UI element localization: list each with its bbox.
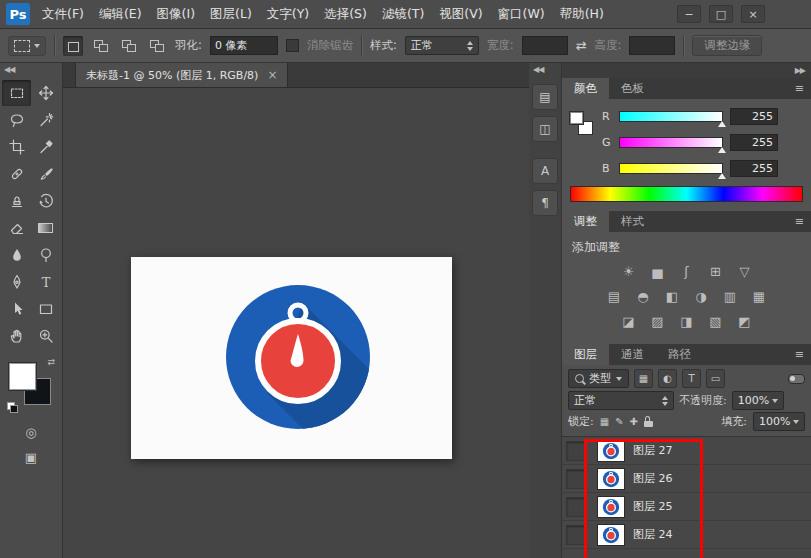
color-lookup-icon[interactable]: ▦ [748,288,770,305]
hand-tool[interactable] [2,323,31,349]
color-balance-icon[interactable]: ◓ [632,288,654,305]
character-panel-icon[interactable]: A [532,158,558,184]
magic-wand-tool[interactable] [31,107,60,133]
width-input[interactable] [522,36,568,55]
close-button[interactable]: × [741,5,765,23]
menu-view[interactable]: 视图(V) [439,6,482,23]
history-brush-tool[interactable] [31,188,60,214]
layer-row[interactable]: 图层 27 [562,437,811,465]
default-colors-icon[interactable] [7,402,18,413]
layer-filter-toggle[interactable] [788,374,805,384]
layer-row[interactable]: 图层 26 [562,465,811,493]
lock-image-pixels-icon[interactable]: ✎ [615,416,623,427]
posterize-icon[interactable]: ▨ [647,313,669,330]
move-tool[interactable] [31,80,60,106]
tab-adjustments[interactable]: 调整 [562,211,609,232]
blend-mode-dropdown[interactable]: 正常 [568,391,674,410]
channel-g-value[interactable] [730,134,778,151]
panel-menu-icon[interactable]: ≡ [795,82,804,95]
tab-paths[interactable]: 路径 [656,344,703,365]
fill-dropdown[interactable]: 100% [753,412,805,431]
menu-select[interactable]: 选择(S) [324,6,367,23]
filter-type-layers-button[interactable]: T [682,369,701,388]
tab-close-icon[interactable]: × [267,68,277,82]
menu-edit[interactable]: 编辑(E) [99,6,142,23]
type-tool[interactable]: T [31,269,60,295]
brightness-contrast-icon[interactable]: ☀ [618,263,640,280]
properties-panel-icon[interactable]: ◫ [532,116,558,142]
tool-preset-picker[interactable] [8,36,46,56]
brush-tool[interactable] [31,161,60,187]
collapse-dock-icon[interactable]: ▶▶ [562,63,811,78]
collapse-tools-icon[interactable]: ◀◀ [0,63,62,78]
tab-layers[interactable]: 图层 [562,344,609,365]
history-panel-icon[interactable]: ▤ [532,84,558,110]
filter-type-dropdown[interactable]: 类型 [568,369,629,388]
new-selection-button[interactable] [63,36,83,56]
menu-image[interactable]: 图像(I) [157,6,195,23]
channel-mixer-icon[interactable]: ▥ [719,288,741,305]
menu-file[interactable]: 文件(F) [42,6,84,23]
feather-input[interactable] [210,36,278,55]
threshold-icon[interactable]: ◨ [676,313,698,330]
canvas-document[interactable] [131,257,452,459]
panel-menu-icon[interactable]: ≡ [795,215,804,228]
add-to-selection-button[interactable] [91,36,111,56]
dodge-tool[interactable] [31,242,60,268]
lock-all-icon[interactable] [644,416,653,427]
filter-pixel-layers-button[interactable]: ▦ [634,369,653,388]
document-tab[interactable]: 未标题-1 @ 50% (图层 1, RGB/8) × [75,63,288,87]
layer-thumbnail[interactable] [597,524,625,546]
minimize-button[interactable]: ─ [677,5,701,23]
channel-g-slider[interactable] [619,137,723,148]
channel-b-value[interactable] [730,160,778,177]
swap-dimensions-icon[interactable]: ⇄ [576,38,587,53]
channel-r-slider[interactable] [619,111,723,122]
layer-thumbnail[interactable] [597,440,625,462]
rectangular-marquee-tool[interactable] [2,80,31,106]
style-dropdown[interactable]: 正常 [405,36,479,55]
channel-b-slider[interactable] [619,163,723,174]
path-selection-tool[interactable] [2,296,31,322]
refine-edge-button[interactable]: 调整边缘 [692,35,762,56]
quick-mask-button[interactable]: ◎ [25,425,36,440]
tab-channels[interactable]: 通道 [609,344,656,365]
screen-mode-button[interactable]: ▣ [25,450,37,465]
photo-filter-icon[interactable]: ◑ [690,288,712,305]
eyedropper-tool[interactable] [31,134,60,160]
exposure-icon[interactable]: ⊞ [705,263,727,280]
zoom-tool[interactable] [31,323,60,349]
menu-layer[interactable]: 图层(L) [210,6,252,23]
menu-help[interactable]: 帮助(H) [560,6,604,23]
lock-transparent-pixels-icon[interactable]: ▦ [600,416,609,427]
spot-healing-brush-tool[interactable] [2,161,31,187]
layer-thumbnail[interactable] [597,496,625,518]
pen-tool[interactable] [2,269,31,295]
tab-swatches[interactable]: 色板 [609,78,656,99]
subtract-from-selection-button[interactable] [119,36,139,56]
maximize-button[interactable]: □ [709,5,733,23]
levels-icon[interactable]: ▅ [647,263,669,280]
channel-r-value[interactable] [730,108,778,125]
rectangle-tool[interactable] [31,296,60,322]
selective-color-icon[interactable]: ◩ [734,313,756,330]
visibility-toggle[interactable] [566,497,586,517]
vibrance-icon[interactable]: ▽ [734,263,756,280]
blur-tool[interactable] [2,242,31,268]
color-spectrum-ramp[interactable] [570,186,803,202]
opacity-dropdown[interactable]: 100% [732,391,784,410]
crop-tool[interactable] [2,134,31,160]
gradient-map-icon[interactable]: ▧ [705,313,727,330]
menu-filter[interactable]: 滤镜(T) [382,6,424,23]
height-input[interactable] [629,36,675,55]
black-white-icon[interactable]: ◧ [661,288,683,305]
filter-shape-layers-button[interactable]: ▭ [706,369,725,388]
intersect-selection-button[interactable] [147,36,167,56]
menu-window[interactable]: 窗口(W) [498,6,545,23]
mini-color-swatches[interactable] [569,111,593,135]
visibility-toggle[interactable] [566,441,586,461]
clone-stamp-tool[interactable] [2,188,31,214]
lasso-tool[interactable] [2,107,31,133]
panel-menu-icon[interactable]: ≡ [795,348,804,361]
gradient-tool[interactable] [31,215,60,241]
